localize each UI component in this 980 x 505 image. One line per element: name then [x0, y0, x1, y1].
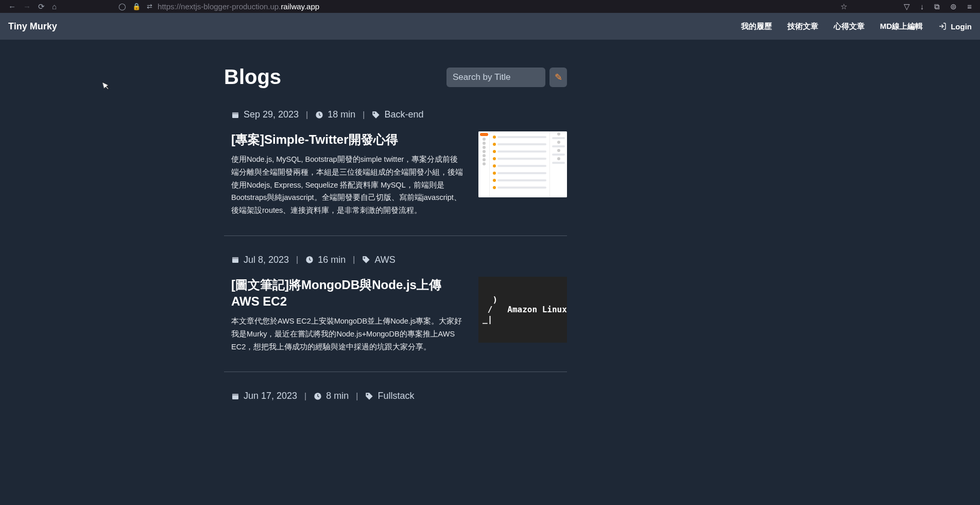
post-meta: Sep 29, 2023 | 18 min | Back-end	[231, 109, 567, 120]
post-description: 本文章代您於AWS EC2上安裝MongoDB並上傳Node.js專案。大家好我…	[231, 315, 463, 353]
extensions-icon[interactable]: ⧉	[934, 2, 940, 11]
home-icon[interactable]: ⌂	[52, 2, 57, 11]
account-icon[interactable]: ⊚	[950, 2, 957, 11]
post-date: Sep 29, 2023	[244, 109, 299, 120]
post-tag[interactable]: Back-end	[384, 109, 423, 120]
page-head-row: Blogs ✎	[224, 65, 567, 89]
meta-separator: |	[363, 110, 365, 120]
post-date: Jun 17, 2023	[244, 391, 297, 401]
search-input[interactable]	[446, 68, 545, 87]
menu-icon[interactable]: ≡	[967, 2, 972, 11]
post-read-time: 18 min	[328, 109, 355, 120]
post-item: Jul 8, 2023 | 16 min | AWS [圖文筆記]將MongoD…	[224, 255, 567, 373]
post-read-time: 8 min	[326, 391, 349, 401]
login-button[interactable]: Login	[938, 22, 972, 31]
svg-point-12	[367, 394, 369, 395]
nav-thoughts[interactable]: 心得文章	[834, 22, 865, 31]
downloads-icon[interactable]: ↓	[920, 2, 924, 11]
clock-icon	[315, 111, 323, 119]
browser-chrome: ← → ⟳ ⌂ ◯ 🔒 ⇄ https://nextjs-blogger-pro…	[0, 0, 980, 13]
compose-button[interactable]: ✎	[549, 68, 567, 87]
post-tag[interactable]: AWS	[374, 255, 395, 265]
post-read-time: 16 min	[318, 255, 346, 265]
site-header: Tiny Murky 我的履歷 技術文章 心得文章 MD線上編輯 Login	[0, 13, 980, 40]
permissions-icon[interactable]: ⇄	[147, 3, 152, 10]
brand-logo[interactable]: Tiny Murky	[8, 21, 57, 32]
search-wrap: ✎	[446, 68, 567, 87]
clock-icon	[314, 392, 322, 400]
login-icon	[938, 22, 947, 30]
post-thumbnail[interactable]: ) / Amazon Linux _|	[478, 277, 567, 343]
nav-tech[interactable]: 技術文章	[787, 22, 818, 31]
svg-rect-6	[232, 257, 238, 259]
page-title: Blogs	[224, 65, 281, 89]
post-description: 使用Node.js, MySQL, Bootstrap開發的simple twi…	[231, 153, 463, 216]
clock-icon	[305, 256, 314, 264]
tag-icon	[372, 111, 380, 119]
meta-separator: |	[296, 255, 298, 264]
post-tag[interactable]: Fullstack	[377, 391, 414, 401]
svg-point-4	[374, 112, 375, 114]
url-text: https://nextjs-blogger-production.up.rai…	[158, 2, 319, 11]
forward-icon[interactable]: →	[23, 2, 31, 11]
post-title-link[interactable]: [專案]Simple-Twitter開發心得	[231, 131, 463, 148]
post-item: Jun 17, 2023 | 8 min | Fullstack	[224, 391, 567, 431]
post-meta: Jul 8, 2023 | 16 min | AWS	[231, 255, 567, 265]
post-thumbnail[interactable]	[478, 131, 567, 197]
meta-separator: |	[306, 110, 308, 120]
meta-separator: |	[353, 255, 355, 264]
meta-separator: |	[304, 392, 306, 401]
post-date: Jul 8, 2023	[244, 255, 289, 265]
pen-icon: ✎	[555, 72, 562, 83]
back-icon[interactable]: ←	[8, 2, 16, 11]
nav-links: 我的履歷 技術文章 心得文章 MD線上編輯 Login	[741, 22, 972, 31]
pocket-icon[interactable]: ▽	[904, 2, 910, 11]
nav-md-editor[interactable]: MD線上編輯	[880, 22, 923, 31]
lock-icon[interactable]: 🔒	[132, 3, 141, 10]
url-bar[interactable]: ◯ 🔒 ⇄ https://nextjs-blogger-production.…	[118, 2, 835, 11]
tag-icon	[365, 392, 373, 400]
svg-point-8	[364, 257, 366, 259]
svg-rect-2	[232, 112, 238, 114]
reload-icon[interactable]: ⟳	[38, 2, 45, 11]
bookmark-star-icon[interactable]: ☆	[840, 2, 847, 11]
post-title-link[interactable]: [圖文筆記]將MongoDB與Node.js上傳AWS EC2	[231, 277, 463, 310]
calendar-icon	[231, 111, 239, 119]
post-meta: Jun 17, 2023 | 8 min | Fullstack	[231, 391, 567, 401]
calendar-icon	[231, 256, 239, 264]
shield-icon[interactable]: ◯	[118, 3, 126, 10]
login-label: Login	[951, 22, 972, 31]
post-item: Sep 29, 2023 | 18 min | Back-end [專案]Sim…	[224, 109, 567, 236]
meta-separator: |	[356, 392, 358, 401]
nav-resume[interactable]: 我的履歷	[741, 22, 772, 31]
svg-rect-10	[232, 394, 238, 395]
main-content: Blogs ✎ Sep 29, 2023 | 18 min |	[0, 40, 980, 431]
tag-icon	[362, 256, 370, 264]
calendar-icon	[231, 392, 239, 400]
